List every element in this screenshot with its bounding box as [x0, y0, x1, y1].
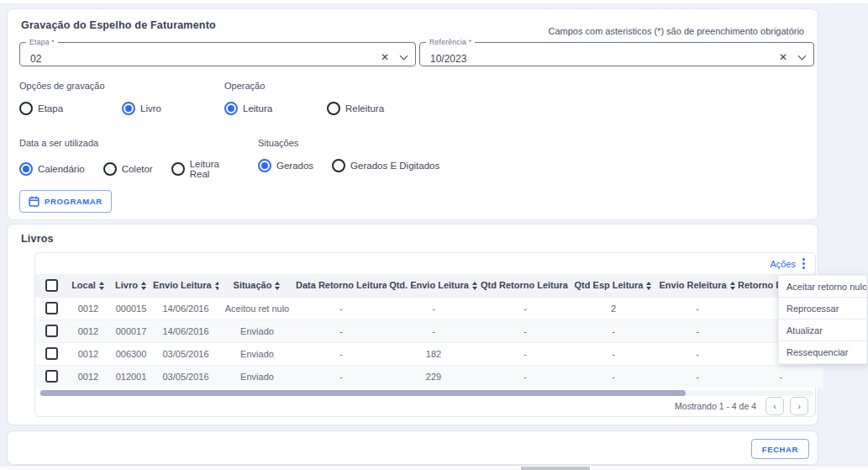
column-header-data-retorno-leitura[interactable]: Data Retorno Leitura: [296, 274, 387, 297]
programar-button[interactable]: PROGRAMAR: [19, 190, 112, 213]
sort-icon[interactable]: [141, 282, 147, 290]
cell-livro: 006300: [109, 342, 153, 365]
etapa-field[interactable]: Etapa * 02 ✕: [19, 38, 416, 66]
top-strip: [0, 0, 868, 4]
radio-selected-icon: [258, 159, 271, 172]
etapa-field-value[interactable]: 02: [30, 53, 41, 65]
radio-unselected-icon: [327, 102, 340, 115]
gravacao-form-panel: Gravação do Espelho de Faturamento Campo…: [7, 8, 818, 220]
column-header-envio-releitura[interactable]: Envio Releitura: [657, 274, 738, 297]
cell-envio-releitura: -: [657, 365, 738, 388]
sort-icon[interactable]: [99, 282, 105, 290]
etapa-chevron-down-icon[interactable]: [400, 52, 408, 61]
radio-gerados-e-digitados[interactable]: Gerados E Digitados: [332, 159, 439, 172]
radio-label: Gerados E Digitados: [350, 161, 439, 171]
radio-gerados[interactable]: Gerados: [258, 159, 313, 172]
menu-item-atualizar[interactable]: Atualizar: [779, 319, 866, 341]
page-horizontal-scrollbar-thumb[interactable]: [521, 467, 590, 470]
cell-situacao: Enviado: [218, 365, 296, 388]
sort-icon[interactable]: [275, 282, 281, 290]
column-header-local[interactable]: Local: [67, 274, 109, 297]
fechar-button-label: FECHAR: [762, 445, 798, 454]
cell-qtd-esp-leitura: -: [570, 319, 657, 342]
radio-releitura[interactable]: Releitura: [327, 102, 429, 115]
page-title: Gravação do Espelho de Faturamento: [21, 19, 216, 31]
radio-etapa[interactable]: Etapa: [19, 102, 122, 115]
radio-label: Gerados: [276, 161, 313, 171]
radio-label: Calendário: [38, 164, 85, 174]
page-horizontal-scrollbar-track[interactable]: [0, 465, 868, 470]
row-checkbox[interactable]: [45, 347, 58, 360]
radio-livro[interactable]: Livro: [122, 102, 224, 115]
cell-qtd-envio-leitura: -: [387, 319, 481, 342]
kebab-menu-icon[interactable]: [801, 256, 807, 271]
cell-envio-leitura: 14/06/2016: [153, 319, 218, 342]
table-row: 001200001714/06/2016Enviado------: [35, 319, 823, 342]
cell-local: 0012: [67, 297, 109, 319]
referencia-clear-icon[interactable]: ✕: [779, 52, 787, 62]
column-header-livro[interactable]: Livro: [109, 274, 153, 297]
select-all-checkbox[interactable]: [45, 279, 58, 292]
menu-item-reprocessar[interactable]: Reprocessar: [779, 298, 866, 319]
opcoes-gravacao-label: Opções de gravação: [19, 81, 224, 91]
column-header-situacao[interactable]: Situação: [218, 274, 296, 297]
row-select-cell: [35, 297, 67, 319]
cell-qtd-envio-leitura: 229: [387, 365, 481, 388]
cell-local: 0012: [67, 365, 109, 388]
column-header-label: Data Retorno Leitura: [296, 280, 387, 290]
pagination-status: Mostrando 1 - 4 de 4: [675, 401, 756, 411]
fechar-button[interactable]: FECHAR: [751, 439, 809, 459]
column-header-qtd-envio-leitura[interactable]: Qtd. Envio Leitura: [387, 274, 481, 297]
radio-calendario[interactable]: Calendário: [19, 162, 85, 176]
cell-qtd-retorno-leitura: -: [481, 342, 570, 365]
select-all-header-cell: [35, 274, 67, 297]
column-header-label: Qtd Retorno Leitura: [481, 280, 568, 290]
table-horizontal-scrollbar-track[interactable]: [39, 390, 813, 396]
cell-livro: 000017: [109, 319, 153, 342]
radio-leitura-real[interactable]: Leitura Real: [171, 159, 236, 179]
radio-selected-icon: [122, 102, 135, 115]
pagination-prev-button[interactable]: ‹: [765, 397, 784, 415]
column-header-envio-leitura[interactable]: Envio Leitura: [153, 274, 218, 297]
cell-data-retorno-leitura: -: [296, 342, 387, 365]
column-header-qtd-retorno-leitura[interactable]: Qtd Retorno Leitura: [481, 274, 570, 297]
radio-coletor[interactable]: Coletor: [103, 162, 153, 176]
data-utilizada-group: Data a ser utilizada CalendárioColetorLe…: [19, 138, 255, 179]
sort-icon[interactable]: [472, 282, 478, 290]
row-select-cell: [35, 319, 67, 342]
data-utilizada-label: Data a ser utilizada: [19, 138, 255, 148]
table-row: 001201200103/05/2016Enviado-229----: [35, 365, 823, 388]
cell-livro: 000015: [109, 297, 153, 319]
row-checkbox[interactable]: [45, 325, 58, 337]
table-row: 001200630003/05/2016Enviado-182----: [35, 342, 823, 365]
etapa-clear-icon[interactable]: ✕: [381, 52, 389, 62]
row-checkbox[interactable]: [45, 302, 58, 314]
sort-icon[interactable]: [730, 282, 736, 290]
radio-selected-icon: [19, 162, 33, 176]
menu-item-aceitar-retorno-nulo[interactable]: Aceitar retorno nulo: [779, 276, 866, 298]
column-header-label: Situação: [234, 280, 272, 290]
cell-livro: 012001: [109, 365, 153, 388]
table-horizontal-scrollbar-thumb[interactable]: [40, 390, 686, 396]
footer-bar: FECHAR: [7, 430, 818, 465]
livros-table: LocalLivroEnvio LeituraSituaçãoData Reto…: [35, 274, 823, 388]
referencia-field[interactable]: Referência * 10/2023 ✕: [419, 38, 814, 66]
operacao-group: Operação LeituraReleitura: [224, 81, 443, 115]
radio-leitura[interactable]: Leitura: [224, 102, 327, 115]
sort-icon[interactable]: [646, 282, 652, 290]
pagination: Mostrando 1 - 4 de 4 ‹ ›: [675, 397, 808, 415]
acoes-button[interactable]: Ações: [770, 256, 807, 271]
row-checkbox[interactable]: [45, 370, 58, 383]
column-header-qtd-esp-leitura[interactable]: Qtd Esp Leitura: [570, 274, 657, 297]
pagination-next-button[interactable]: ›: [790, 397, 808, 415]
sort-icon[interactable]: [215, 282, 218, 290]
cell-envio-releitura: -: [657, 297, 738, 319]
opcoes-gravacao-group: Opções de gravação EtapaLivro: [19, 81, 224, 115]
row-select-cell: [35, 365, 67, 388]
menu-item-ressequenciar[interactable]: Ressequenciar: [779, 341, 866, 363]
referencia-field-value[interactable]: 10/2023: [430, 53, 466, 65]
cell-envio-releitura: -: [657, 342, 738, 365]
radio-label: Leitura: [243, 103, 272, 114]
required-fields-hint: Campos com asteristicos (*) são de preen…: [549, 26, 804, 36]
referencia-chevron-down-icon[interactable]: [798, 52, 807, 61]
